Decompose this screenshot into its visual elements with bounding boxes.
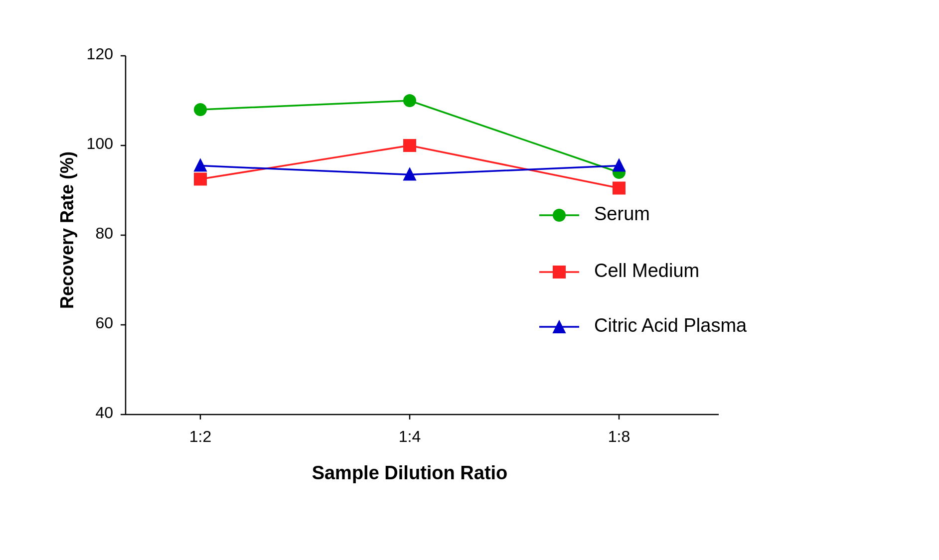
y-tick-60: 60 (95, 314, 113, 332)
x-tick-1-4: 1:4 (399, 427, 421, 445)
serum-marker-1 (194, 104, 206, 116)
x-tick-1-2: 1:2 (189, 427, 211, 445)
y-axis-label: Recovery Rate (%) (57, 151, 77, 309)
serum-line (200, 101, 619, 172)
x-tick-1-8: 1:8 (608, 427, 630, 445)
y-tick-100: 100 (87, 135, 113, 152)
y-tick-120: 120 (87, 45, 113, 63)
y-tick-40: 40 (95, 404, 113, 421)
legend-serum-label: Serum (594, 203, 650, 224)
legend-cell-medium-label: Cell Medium (594, 260, 699, 281)
cell-medium-marker-3 (613, 182, 625, 194)
x-axis-label: Sample Dilution Ratio (312, 462, 508, 483)
legend-citric-label: Citric Acid Plasma (594, 315, 747, 336)
chart-container: 120 100 80 60 40 Recovery Rate (%) 1:2 1… (46, 36, 893, 524)
serum-marker-2 (404, 95, 416, 107)
y-tick-80: 80 (95, 224, 113, 242)
cell-medium-marker-2 (404, 140, 416, 151)
cell-medium-marker-1 (194, 173, 206, 185)
